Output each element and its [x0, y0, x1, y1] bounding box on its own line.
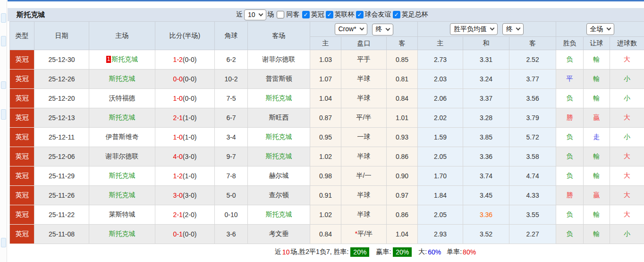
handicap-cell: 平/半: [341, 108, 387, 128]
competition-checkbox-championship[interactable]: ✓: [302, 11, 310, 18]
away-team-cell: 斯旺西: [248, 108, 310, 128]
odds-time-select-value: 终: [376, 25, 382, 34]
date-cell: 25-12-30: [34, 50, 89, 70]
avg-away-cell: 3.79: [509, 108, 556, 128]
away-team-cell: 谢菲尔德联: [248, 50, 310, 70]
recent-count-select[interactable]: 10: [244, 9, 266, 20]
goals-cell: 大: [610, 108, 644, 128]
avg-away-cell: 3.55: [509, 205, 556, 225]
avg-select[interactable]: 胜平负均值: [450, 23, 498, 35]
halftime-score: (2-0): [183, 211, 197, 218]
avg-draw-cell: 3.74: [463, 166, 509, 186]
avg-home-cell: 1.70: [418, 166, 463, 186]
halftime-score: (3-0): [183, 153, 197, 160]
chevron-down-icon: [516, 26, 521, 31]
sidebar-thumbnail: [1, 13, 6, 23]
summary-near-label: 近: [275, 248, 281, 256]
handicap-cell: 平手: [341, 50, 387, 70]
odds-away-cell: 0.97: [387, 186, 418, 205]
home-team-name: 伊普斯维奇: [106, 133, 139, 140]
away-team-cell: 斯托克城: [248, 89, 310, 108]
handicap-value: 半球: [357, 152, 371, 160]
fulltime-score: 3-0: [173, 192, 183, 199]
league-cell: 英冠: [10, 205, 34, 225]
odds-time-select[interactable]: 终: [372, 24, 393, 35]
competition-label: 英冠: [311, 10, 324, 19]
date-cell: 25-12-06: [34, 147, 89, 166]
handicap-result-cell: 輸: [584, 166, 610, 186]
corner-cell: 7-8: [215, 166, 248, 186]
odds-home-cell: 1.02: [310, 205, 341, 225]
team-title: 斯托克城: [17, 10, 45, 19]
home-team-name: 斯托克城: [109, 114, 136, 121]
chevron-down-icon: [606, 26, 611, 31]
handicap-value: 半球: [357, 94, 371, 102]
odds-away-cell: 0.84: [387, 89, 418, 108]
sidebar-thumbnail: [1, 109, 6, 120]
handicap-value: 平/半: [356, 114, 372, 121]
halftime-score: (0-0): [183, 95, 197, 102]
fulltime-score: 1-2: [173, 56, 183, 63]
competition-label: 英联杯: [335, 10, 355, 19]
home-team-cell: 斯托克城: [89, 225, 155, 244]
score-cell: 2-1(1-0): [155, 108, 215, 128]
avg-home-cell: 1.84: [418, 186, 463, 205]
bookmaker-select[interactable]: Crow*: [335, 23, 367, 35]
odds-home-cell: 0.87: [310, 108, 341, 128]
home-team-name: 沃特福德: [109, 94, 136, 102]
handicap-win-label: 赢率:: [376, 248, 391, 256]
fulltime-score: 0-0: [173, 75, 183, 83]
match-table-body: 英冠25-12-301斯托克城1-2(0-0)6-2谢菲尔德联1.03平手0.8…: [10, 50, 644, 244]
avg-time-select[interactable]: 终: [502, 23, 524, 35]
sidebar-thumbnail: [1, 36, 6, 46]
handicap-result-cell: 輸: [584, 147, 610, 166]
fulltime-score: 0-1: [173, 230, 183, 238]
widget-top-accent: [8, 0, 644, 1]
away-team-name: 斯托克城: [266, 133, 292, 140]
match-row: 英冠25-11-26斯托克城3-0(3-0)5-0查尔顿0.91半球0.971.…: [10, 186, 644, 205]
score-cell: 0-1(0-0): [155, 225, 215, 244]
result-group-header: 全场: [556, 22, 644, 37]
competition-label: 球会友谊: [365, 10, 391, 19]
home-team-name: 莱斯特城: [109, 210, 136, 218]
away-team-cell: 斯托克城: [248, 205, 310, 225]
sidebar-thumbnail: [1, 238, 6, 247]
odds-home-cell: 1.04: [310, 89, 341, 108]
result-cell: 负: [556, 128, 584, 147]
odds-away-cell: 0.81: [387, 70, 418, 89]
competition-checkbox-fa-cup[interactable]: ✓: [393, 11, 400, 18]
league-cell: 英冠: [10, 128, 34, 147]
away-team-name: 谢菲尔德联: [263, 55, 296, 63]
odds-away-cell: 0.90: [387, 166, 418, 186]
sub-header-odds-away: 客: [387, 37, 418, 50]
competition-checkbox-club-friendly[interactable]: ✓: [356, 11, 364, 18]
result-cell: 负: [556, 147, 584, 166]
score-cell: 3-0(3-0): [155, 186, 215, 205]
col-header-score: 比分(半场): [155, 22, 215, 50]
sub-header-result: 胜负: [556, 37, 584, 50]
away-team-cell: 查尔顿: [248, 186, 310, 205]
match-row: 英冠25-12-13斯托克城2-1(1-0)6-7斯旺西0.87平/半1.012…: [10, 108, 644, 128]
score-cell: 1-0(0-0): [155, 89, 215, 108]
avg-select-value: 胜平负均值: [454, 25, 487, 34]
handicap-result-cell: 輸: [584, 89, 610, 108]
odds-away-cell: 0.86: [387, 205, 418, 225]
col-header-date: 日期: [34, 22, 89, 50]
fulltime-score: 1-0: [173, 133, 183, 141]
date-cell: 25-12-20: [34, 89, 89, 108]
avg-away-cell: 2.52: [509, 50, 556, 70]
league-cell: 英冠: [10, 108, 34, 128]
avg-home-cell: 2.93: [418, 225, 463, 244]
date-cell: 25-12-11: [34, 128, 89, 147]
match-row: 英冠25-12-11伊普斯维奇1-0(1-0)3-4斯托克城0.95一球0.93…: [10, 128, 644, 147]
competition-checkbox-efl-cup[interactable]: ✓: [326, 11, 333, 18]
avg-draw-cell: 3.45: [463, 186, 509, 205]
score-cell: 1-2(1-0): [155, 166, 215, 186]
halftime-score: (0-0): [183, 75, 197, 83]
halftime-score: (3-0): [183, 192, 197, 199]
same-away-checkbox[interactable]: [277, 11, 284, 18]
result-cell: 勝: [556, 108, 584, 128]
scope-select[interactable]: 全场: [586, 23, 614, 35]
handicap-value: 半/一: [356, 172, 372, 179]
odds-home-cell: 1.07: [310, 70, 341, 89]
